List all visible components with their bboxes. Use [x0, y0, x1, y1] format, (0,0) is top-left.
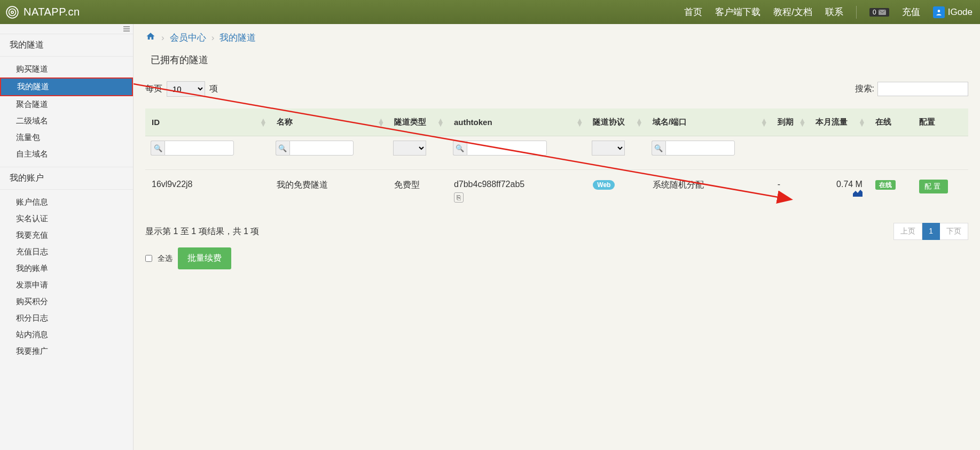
svg-point-4 [937, 10, 940, 12]
sidebar-item[interactable]: 发票申请 [0, 277, 133, 293]
breadcrumb-member-center[interactable]: 会员中心 [170, 32, 206, 44]
sidebar-item[interactable]: 我的隧道 [0, 77, 133, 96]
search-input[interactable] [877, 82, 968, 96]
svg-rect-7 [123, 30, 130, 32]
page-length-control: 每页 10 项 [145, 81, 218, 97]
cell-type: 免费型 [388, 170, 448, 213]
svg-rect-6 [123, 28, 130, 29]
sidebar-item[interactable]: 账户信息 [0, 194, 133, 211]
column-header[interactable]: 名称▲▼ [270, 108, 388, 136]
column-header[interactable]: ID▲▼ [145, 108, 270, 136]
message-badge[interactable]: 0 [869, 8, 889, 17]
cell-expire: - [771, 170, 810, 213]
chart-icon[interactable] [853, 189, 863, 198]
brand-icon [5, 5, 19, 19]
sidebar-item[interactable]: 自主域名 [0, 146, 133, 162]
column-header[interactable]: 隧道类型▲▼ [388, 108, 448, 136]
page-length-select[interactable]: 10 [167, 81, 205, 97]
tunnels-table: ID▲▼名称▲▼隧道类型▲▼authtoken▲▼隧道协议▲▼域名/端口▲▼到期… [145, 108, 968, 212]
column-header[interactable]: authtoken▲▼ [448, 108, 586, 136]
traffic-text: 0.74 M [836, 180, 863, 189]
cell-domain: 系统随机分配 [646, 170, 771, 213]
sidebar-item[interactable]: 充值日志 [0, 244, 133, 260]
column-header[interactable]: 配置 [913, 108, 968, 136]
nav-recharge[interactable]: 充值 [902, 6, 920, 18]
page-1[interactable]: 1 [922, 223, 940, 240]
svg-point-2 [11, 11, 13, 13]
nav-download[interactable]: 客户端下载 [715, 6, 761, 18]
filter-domain-input[interactable] [665, 141, 735, 156]
column-header[interactable]: 隧道协议▲▼ [586, 108, 646, 136]
svg-point-0 [6, 6, 18, 18]
page-next[interactable]: 下页 [940, 223, 968, 240]
page-length-suffix: 项 [209, 83, 218, 95]
sidebar-toggle-icon[interactable] [0, 24, 133, 34]
filter-protocol-select[interactable] [592, 141, 625, 156]
message-count: 0 [873, 9, 876, 16]
username: IGode [948, 7, 973, 18]
table-row: 16vl9v22j8 我的免费隧道 免费型 d7bb4c988ff72ab5 ⎘… [145, 170, 968, 213]
filter-token-input[interactable] [467, 141, 547, 156]
bulk-renew-button[interactable]: 批量续费 [178, 247, 231, 269]
svg-rect-5 [123, 26, 130, 27]
cell-traffic: 0.74 M [809, 170, 869, 213]
mail-icon [879, 10, 886, 15]
pagination: 上页 1 下页 [893, 223, 968, 240]
search-icon: 🔍 [151, 141, 164, 156]
sidebar-item[interactable]: 积分日志 [0, 310, 133, 327]
search-icon: 🔍 [453, 141, 467, 156]
breadcrumb-sep: › [161, 33, 164, 43]
user-menu[interactable]: IGode [933, 6, 973, 18]
protocol-badge: Web [593, 180, 615, 190]
sidebar-item[interactable]: 站内消息 [0, 327, 133, 343]
sidebar-item[interactable]: 我要充值 [0, 227, 133, 244]
nav-home[interactable]: 首页 [684, 6, 702, 18]
main-content: › 会员中心 › 我的隧道 已拥有的隧道 每页 10 项 搜索: ID▲▼名称▲… [134, 24, 980, 450]
column-header[interactable]: 域名/端口▲▼ [646, 108, 771, 136]
column-header[interactable]: 本月流量▲▼ [809, 108, 869, 136]
sidebar-group-account: 我的账户 [0, 167, 133, 190]
nav-docs[interactable]: 教程/文档 [773, 6, 812, 18]
page-title: 已拥有的隧道 [151, 53, 968, 66]
sidebar-item[interactable]: 购买隧道 [0, 61, 133, 77]
sidebar-group-tunnels: 我的隧道 [0, 34, 133, 57]
column-header[interactable]: 到期▲▼ [771, 108, 810, 136]
home-icon[interactable] [145, 32, 156, 44]
breadcrumb: › 会员中心 › 我的隧道 [145, 32, 968, 44]
filter-row: 🔍 🔍 🔍 🔍 [145, 136, 968, 170]
table-info: 显示第 1 至 1 项结果，共 1 项 [145, 226, 259, 237]
svg-point-1 [9, 9, 16, 15]
nav-divider [856, 6, 857, 19]
filter-name-input[interactable] [289, 141, 354, 156]
cell-token: d7bb4c988ff72ab5 ⎘ [448, 170, 586, 213]
filter-id-input[interactable] [164, 141, 234, 156]
page-prev[interactable]: 上页 [893, 223, 922, 240]
authtoken-text: d7bb4c988ff72ab5 [454, 180, 524, 189]
sidebar: 我的隧道 购买隧道我的隧道聚合隧道二级域名流量包自主域名 我的账户 账户信息实名… [0, 24, 134, 450]
column-header[interactable]: 在线 [869, 108, 913, 136]
breadcrumb-sep: › [211, 33, 215, 43]
sidebar-item[interactable]: 聚合隧道 [0, 96, 133, 113]
sidebar-item[interactable]: 购买积分 [0, 293, 133, 310]
config-button[interactable]: 配置 [919, 180, 948, 193]
sidebar-item[interactable]: 实名认证 [0, 211, 133, 227]
nav-contact[interactable]: 联系 [825, 6, 843, 18]
brand[interactable]: NATAPP.cn [5, 5, 80, 19]
sidebar-item[interactable]: 二级域名 [0, 113, 133, 129]
online-badge: 在线 [875, 180, 896, 190]
select-all-checkbox[interactable] [145, 255, 152, 262]
avatar-icon [933, 6, 945, 18]
search-control: 搜索: [855, 82, 968, 96]
sidebar-item[interactable]: 我的账单 [0, 260, 133, 277]
search-icon: 🔍 [276, 141, 289, 156]
search-icon: 🔍 [652, 141, 665, 156]
page-length-prefix: 每页 [145, 83, 162, 95]
brand-text: NATAPP.cn [23, 6, 80, 18]
sidebar-item[interactable]: 我要推广 [0, 343, 133, 360]
main-header: NATAPP.cn 首页 客户端下载 教程/文档 联系 0 充值 IGode [0, 0, 980, 24]
sidebar-item[interactable]: 流量包 [0, 129, 133, 146]
breadcrumb-current[interactable]: 我的隧道 [219, 32, 256, 44]
filter-type-select[interactable] [393, 141, 426, 156]
copy-icon[interactable]: ⎘ [454, 192, 464, 203]
cell-id: 16vl9v22j8 [145, 170, 270, 213]
